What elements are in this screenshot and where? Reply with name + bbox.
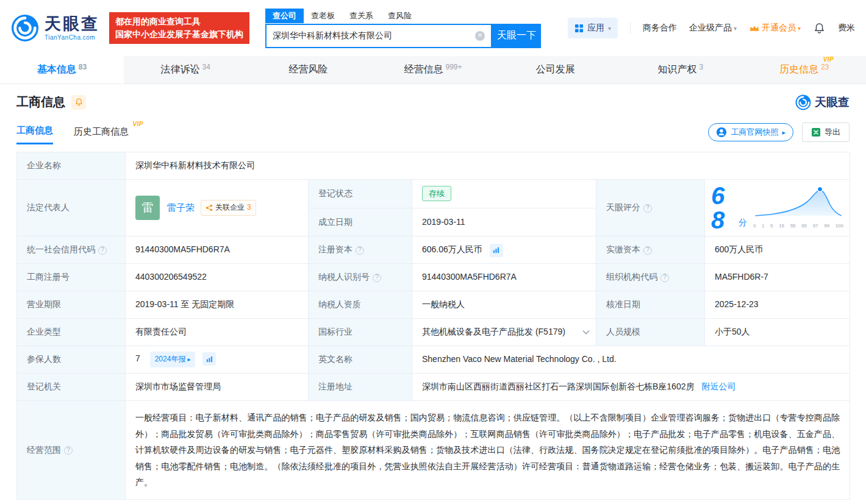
apps-menu[interactable]: 应用 ▾ (568, 18, 618, 38)
search-tab-risk[interactable]: 查风险 (381, 9, 419, 23)
vip-badge: VIP (823, 56, 834, 63)
tianyancha-logo-icon (11, 14, 39, 42)
chevron-down-icon[interactable] (582, 330, 590, 335)
tab-label: 公司发展 (536, 63, 575, 76)
tab-count: 34 (202, 63, 210, 71)
subtab-history-business-info[interactable]: 历史工商信息 VIP (74, 126, 129, 144)
enterprise-product-label: 企业级产品 (689, 23, 732, 34)
help-icon[interactable]: ? (64, 446, 73, 455)
annual-report-label: 2024年报 (155, 353, 186, 366)
tab-legal-proceedings[interactable]: 法律诉讼 34 (124, 56, 248, 83)
field-english-name-value: Shenzhen Vaco New Material Technology Co… (412, 346, 850, 374)
help-icon[interactable]: ? (356, 246, 364, 255)
score-axis-label: 97 (813, 222, 818, 230)
field-industry-label: 国标行业 (309, 319, 412, 346)
legal-rep-avatar[interactable]: 雷 (135, 196, 160, 220)
annual-report-link[interactable]: 2024年报 ▸ (150, 352, 196, 367)
related-nodes-icon (206, 204, 213, 211)
field-org-code-label: 组织机构代码? (596, 264, 705, 291)
subscribe-bell-icon[interactable] (71, 95, 86, 110)
subtab-row: 工商信息 历史工商信息 VIP 工商官网快照 ▸ 导出 (16, 122, 850, 147)
field-company-type-label: 企业类型 (17, 319, 126, 346)
score-axis-label: 99 (824, 222, 829, 230)
field-org-code-value: MA5FHD6R-7 (705, 264, 850, 291)
table-row: 企业类型 有限责任公司 国标行业 其他机械设备及电子产品批发 (F5179) 人… (17, 319, 850, 346)
search-tab-boss[interactable]: 查老板 (304, 9, 342, 23)
export-button[interactable]: 导出 (802, 122, 850, 142)
field-approval-date-label: 核准日期 (596, 291, 705, 319)
official-snapshot-button[interactable]: 工商官网快照 ▸ (708, 123, 793, 141)
score-axis-label: 15 (779, 222, 784, 230)
subtab-label: 历史工商信息 (74, 126, 129, 137)
crown-icon (749, 24, 760, 32)
tianyancha-logo[interactable]: 天眼查 TianYanCha.com (11, 14, 99, 42)
username-link[interactable]: 费米 (838, 23, 855, 34)
search-input[interactable] (273, 31, 475, 41)
tab-label: 历史信息 (779, 63, 818, 76)
tab-count: 83 (79, 63, 87, 71)
chevron-down-icon: ▾ (734, 25, 737, 32)
table-row: 统一社会信用代码? 91440300MA5FHD6R7A 注册资本? 606.0… (17, 236, 850, 264)
insured-history-icon[interactable] (202, 352, 216, 366)
subtab-business-info[interactable]: 工商信息 (16, 125, 53, 144)
field-taxpayer-id-value: 91440300MA5FHD6R7A (412, 264, 596, 291)
search-tab-relation[interactable]: 查关系 (342, 9, 381, 23)
top-right-nav: 应用 ▾ 商务合作 企业级产品 ▾ 开通会员 ▾ 费米 (568, 18, 855, 38)
section-watermark: 天眼查 (795, 94, 850, 110)
tab-history-info[interactable]: 历史信息 23 VIP (742, 56, 866, 83)
field-reg-status-label: 登记状态 (309, 180, 412, 208)
field-insured-value: 7 2024年报 ▸ (126, 346, 309, 374)
clear-icon[interactable]: × (475, 31, 485, 41)
business-info-table: 企业名称 深圳华中科新材料技术有限公司 法定代表人 雷 雷子荣 关联企 (16, 152, 850, 500)
capital-history-icon[interactable] (490, 244, 503, 257)
notification-bell-icon[interactable] (813, 22, 826, 35)
field-reg-status-value: 存续 (412, 180, 596, 208)
field-establish-date-label: 成立日期 (309, 208, 412, 236)
vip-upgrade-link[interactable]: 开通会员 ▾ (749, 23, 801, 34)
nearby-companies-link[interactable]: 附近公司 (701, 382, 735, 391)
search-area: 查公司 查老板 查关系 查风险 × 天眼一下 (265, 9, 541, 48)
field-reg-capital-label: 注册资本? (309, 236, 412, 264)
help-icon[interactable]: ? (643, 204, 652, 213)
tab-basic-info[interactable]: 基本信息 83 (0, 56, 124, 83)
help-icon[interactable]: ? (643, 246, 652, 255)
table-row: 工商注册号 440300206549522 纳税人识别号? 91440300MA… (17, 264, 850, 291)
tab-business-info[interactable]: 经营信息 999+ (371, 56, 495, 83)
field-company-type-value: 有限责任公司 (126, 319, 309, 346)
related-companies-count: 3 (247, 202, 251, 214)
field-paid-capital-value: 600万人民币 (705, 236, 850, 264)
tab-business-risk[interactable]: 经营风险 (248, 56, 371, 83)
enterprise-product-link[interactable]: 企业级产品 ▾ (689, 23, 737, 34)
field-scope-label: 经营范围? (17, 401, 126, 500)
help-icon[interactable]: ? (660, 274, 669, 282)
vip-upgrade-label: 开通会员 (762, 23, 796, 34)
apps-menu-label: 应用 (587, 23, 604, 34)
help-icon[interactable]: ? (98, 246, 107, 255)
field-term-label: 营业期限 (17, 291, 126, 319)
grid-icon (574, 24, 584, 33)
company-tab-bar: 基本信息 83 法律诉讼 34 经营风险 经营信息 999+ 公司发展 知识产权… (0, 56, 866, 84)
related-companies-tag[interactable]: 关联企业 3 (201, 200, 256, 216)
score-axis-label: 1 (762, 222, 764, 230)
chevron-down-icon: ▾ (798, 25, 801, 32)
tab-company-development[interactable]: 公司发展 (495, 56, 618, 83)
field-score-label: 天眼评分? (596, 180, 705, 236)
promo-line1: 都在用的商业查询工具 (115, 15, 243, 28)
field-authority-value: 深圳市市场监督管理局 (126, 374, 309, 401)
watermark-brand-name: 天眼查 (815, 94, 850, 110)
section-title: 工商信息 (16, 94, 65, 110)
legal-rep-name-link[interactable]: 雷子荣 (167, 201, 195, 216)
business-cooperation-link[interactable]: 商务合作 (643, 23, 677, 34)
search-button[interactable]: 天眼一下 (492, 24, 541, 48)
brand-domain: TianYanCha.com (45, 34, 99, 41)
tab-label: 法律诉讼 (161, 63, 200, 76)
score-number: 68 (711, 183, 732, 232)
search-tab-company[interactable]: 查公司 (265, 9, 304, 23)
tab-intellectual-property[interactable]: 知识产权 3 (618, 56, 742, 83)
field-taxpayer-quality-label: 纳税人资质 (309, 291, 412, 319)
score-axis-label: 100 (836, 222, 843, 230)
help-icon[interactable]: ? (373, 274, 381, 282)
excel-icon (811, 127, 821, 137)
person-circle-icon (716, 127, 727, 138)
field-industry-value: 其他机械设备及电子产品批发 (F5179) (412, 319, 596, 346)
